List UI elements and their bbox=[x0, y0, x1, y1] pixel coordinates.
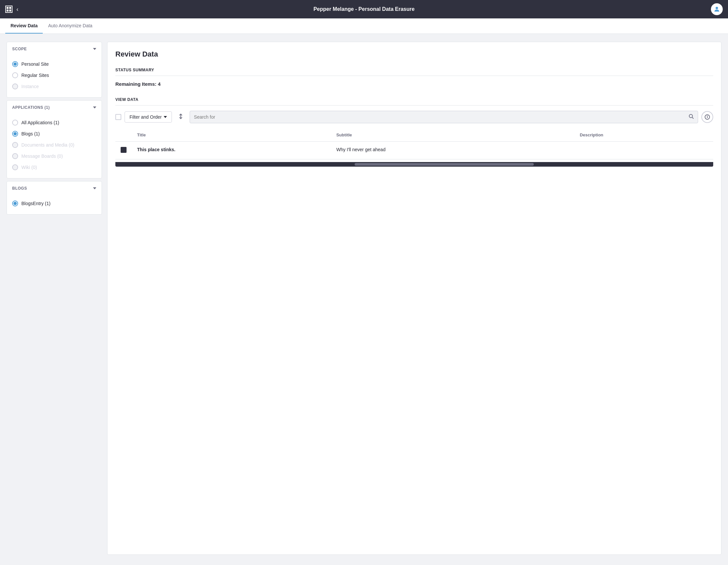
remaining-items: Remaining Items: 4 bbox=[115, 81, 713, 87]
documents-media-label: Documents and Media (0) bbox=[21, 142, 74, 148]
scope-section-body: Personal Site Regular Sites Instance bbox=[7, 56, 102, 97]
data-toolbar: Filter and Order bbox=[115, 111, 713, 123]
blogs-entry-label: BlogsEntry (1) bbox=[21, 201, 51, 206]
documents-media-radio[interactable] bbox=[12, 142, 18, 148]
select-all-checkbox[interactable] bbox=[115, 114, 121, 120]
remaining-items-count: 4 bbox=[158, 81, 160, 87]
view-data-label: VIEW DATA bbox=[115, 97, 713, 106]
scope-instance[interactable]: Instance bbox=[12, 81, 96, 92]
table-header-title: Title bbox=[132, 129, 331, 142]
regular-sites-radio[interactable] bbox=[12, 72, 18, 78]
scroll-thumb[interactable] bbox=[355, 163, 534, 166]
scope-personal-site[interactable]: Personal Site bbox=[12, 59, 96, 70]
main-content: SCOPE Personal Site Regular Sites Instan… bbox=[0, 34, 728, 563]
svg-rect-1 bbox=[9, 7, 11, 9]
svg-point-4 bbox=[716, 7, 718, 9]
svg-point-6 bbox=[689, 114, 693, 118]
table-header-description: Description bbox=[575, 129, 713, 142]
svg-rect-0 bbox=[7, 7, 9, 9]
sort-button[interactable] bbox=[175, 111, 186, 123]
all-applications-radio[interactable] bbox=[12, 120, 18, 126]
app-all-applications[interactable]: All Applications (1) bbox=[12, 117, 96, 128]
row-checkbox-cell[interactable] bbox=[115, 142, 132, 159]
svg-line-7 bbox=[692, 117, 693, 119]
applications-chevron-icon bbox=[93, 106, 96, 108]
table-header-row: Title Subtitle Description bbox=[115, 129, 713, 142]
applications-section: APPLICATIONS (1) All Applications (1) Bl… bbox=[7, 100, 102, 178]
app-blogs[interactable]: Blogs (1) bbox=[12, 128, 96, 139]
table-header-checkbox bbox=[115, 129, 132, 142]
app-documents-media[interactable]: Documents and Media (0) bbox=[12, 139, 96, 151]
filter-label: Filter and Order bbox=[129, 114, 162, 120]
app-wiki[interactable]: Wiki (0) bbox=[12, 162, 96, 173]
row-checkbox[interactable] bbox=[121, 147, 127, 153]
svg-rect-2 bbox=[7, 10, 9, 12]
back-icon[interactable]: ‹ bbox=[16, 6, 18, 13]
tabs-bar: Review Data Auto Anonymize Data bbox=[0, 18, 728, 34]
row-title: This place stinks. bbox=[132, 142, 331, 159]
scope-regular-sites[interactable]: Regular Sites bbox=[12, 70, 96, 81]
horizontal-scrollbar[interactable] bbox=[115, 162, 713, 167]
top-navigation: ‹ Pepper Melange - Personal Data Erasure bbox=[0, 0, 728, 18]
remaining-items-label: Remaining Items: bbox=[115, 81, 156, 87]
scope-chevron-icon bbox=[93, 48, 96, 50]
applications-section-label: APPLICATIONS (1) bbox=[12, 105, 50, 110]
wiki-label: Wiki (0) bbox=[21, 165, 37, 170]
status-summary-label: STATUS SUMMARY bbox=[115, 68, 713, 76]
search-input[interactable] bbox=[194, 114, 689, 120]
review-data-title: Review Data bbox=[115, 50, 713, 59]
tab-auto-anonymize[interactable]: Auto Anonymize Data bbox=[43, 18, 98, 34]
row-description bbox=[575, 142, 713, 159]
personal-site-label: Personal Site bbox=[21, 61, 49, 67]
personal-site-radio[interactable] bbox=[12, 61, 18, 67]
data-table: Title Subtitle Description This place st… bbox=[115, 129, 713, 159]
svg-point-10 bbox=[707, 116, 708, 116]
tab-review-data[interactable]: Review Data bbox=[5, 18, 43, 34]
scope-section-header[interactable]: SCOPE bbox=[7, 42, 102, 56]
blogs-entry-radio[interactable] bbox=[12, 200, 18, 206]
instance-label: Instance bbox=[21, 84, 39, 89]
table-row: This place stinks. Why I'll never get ah… bbox=[115, 142, 713, 159]
wiki-radio[interactable] bbox=[12, 164, 18, 170]
user-avatar-icon[interactable] bbox=[711, 3, 723, 15]
applications-section-body: All Applications (1) Blogs (1) Documents… bbox=[7, 114, 102, 178]
sidebar: SCOPE Personal Site Regular Sites Instan… bbox=[7, 42, 102, 555]
all-applications-label: All Applications (1) bbox=[21, 120, 59, 125]
filter-order-button[interactable]: Filter and Order bbox=[125, 111, 172, 123]
search-box bbox=[190, 111, 698, 123]
search-icon bbox=[689, 114, 694, 120]
blogs-entry[interactable]: BlogsEntry (1) bbox=[12, 198, 96, 209]
applications-section-header[interactable]: APPLICATIONS (1) bbox=[7, 101, 102, 114]
blogs-section-body: BlogsEntry (1) bbox=[7, 195, 102, 214]
instance-radio[interactable] bbox=[12, 83, 18, 89]
scope-section-label: SCOPE bbox=[12, 47, 27, 51]
table-header-subtitle: Subtitle bbox=[331, 129, 575, 142]
regular-sites-label: Regular Sites bbox=[21, 73, 49, 78]
page-title: Pepper Melange - Personal Data Erasure bbox=[314, 6, 415, 12]
svg-rect-3 bbox=[9, 10, 11, 12]
info-button[interactable] bbox=[701, 111, 713, 123]
blogs-chevron-icon bbox=[93, 187, 96, 189]
blogs-label: Blogs (1) bbox=[21, 131, 40, 136]
blogs-section: BLOGS BlogsEntry (1) bbox=[7, 181, 102, 215]
message-boards-label: Message Boards (0) bbox=[21, 153, 63, 159]
filter-chevron-icon bbox=[164, 116, 167, 118]
grid-icon[interactable] bbox=[5, 6, 12, 13]
blogs-section-label: BLOGS bbox=[12, 186, 27, 191]
blogs-radio[interactable] bbox=[12, 131, 18, 137]
main-panel: Review Data STATUS SUMMARY Remaining Ite… bbox=[107, 42, 721, 555]
message-boards-radio[interactable] bbox=[12, 153, 18, 159]
blogs-section-header[interactable]: BLOGS bbox=[7, 181, 102, 195]
row-subtitle: Why I'll never get ahead bbox=[331, 142, 575, 159]
app-message-boards[interactable]: Message Boards (0) bbox=[12, 151, 96, 162]
scope-section: SCOPE Personal Site Regular Sites Instan… bbox=[7, 42, 102, 98]
